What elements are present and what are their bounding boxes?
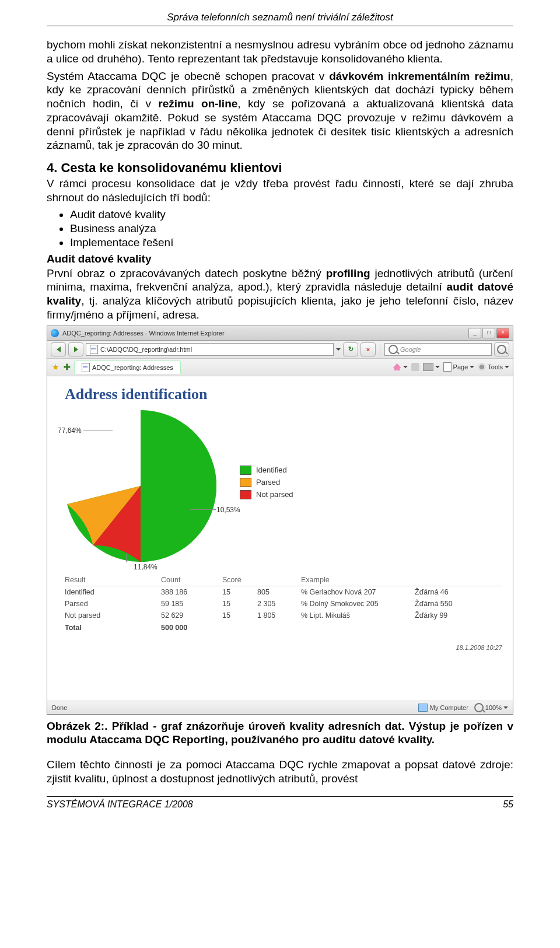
cell: % Dolný Smokovec 205 [301, 598, 415, 610]
print-button[interactable] [423, 363, 440, 371]
audit-paragraph: První obraz o zpracovávaných datech posk… [47, 267, 513, 322]
swatch-green [240, 466, 251, 475]
search-go-button[interactable] [494, 342, 509, 356]
favorites-icon[interactable]: ★ [51, 362, 60, 372]
chevron-down-icon [403, 366, 408, 368]
zoom-icon [474, 703, 484, 712]
legend-label: Parsed [256, 478, 280, 487]
col-count: Count [161, 572, 222, 586]
address-bar[interactable]: C:\ADQC\DQ_reporting\adr.html [86, 343, 334, 356]
paragraph-1: bychom mohli získat nekonzistentní a nes… [47, 38, 513, 66]
page-header: Správa telefonních seznamů není triviáln… [47, 12, 513, 26]
separator [380, 344, 380, 355]
back-button[interactable] [51, 342, 66, 356]
col-blank [257, 572, 301, 586]
forward-button[interactable] [68, 342, 83, 356]
nav-bar: C:\ADQC\DQ_reporting\adr.html ↻ × Google [47, 341, 513, 359]
footer-left: SYSTÉMOVÁ INTEGRACE 1/2008 [47, 799, 193, 810]
tab-icon [82, 363, 90, 372]
window-title: ADQC_reporting: Addresses - Windows Inte… [62, 330, 225, 337]
legend-item-identified: Identified [240, 466, 293, 475]
col-result: Result [65, 572, 161, 586]
close-button[interactable]: × [496, 328, 509, 338]
footer-page-number: 55 [503, 799, 513, 810]
bullet-list: Audit datové kvality Business analýza Im… [70, 208, 513, 249]
audit-a: První obraz o zpracovávaných datech posk… [47, 267, 326, 279]
bullet-3: Implementace řešení [70, 236, 513, 249]
figure-caption: Obrázek 2:. Příklad - graf znázorňuje úr… [47, 719, 513, 747]
address-text: C:\ADQC\DQ_reporting\adr.html [100, 346, 192, 353]
chevron-down-icon [470, 366, 474, 368]
bullet-2: Business analýza [70, 222, 513, 235]
title-bar: ADQC_reporting: Addresses - Windows Inte… [47, 326, 513, 341]
add-favorite-icon[interactable]: ✚ [62, 362, 72, 372]
home-button[interactable] [393, 363, 408, 370]
address-dropdown-icon[interactable] [336, 348, 341, 351]
audit-e: , tj. analýza klíčových atributů popisuj… [47, 295, 513, 321]
status-text: Done [52, 704, 67, 711]
minimize-button[interactable]: _ [468, 328, 481, 338]
leader-line [126, 554, 127, 562]
search-box[interactable]: Google [384, 343, 492, 356]
p2-b: dávkovém inkrementálním režimu [329, 70, 510, 82]
search-placeholder: Google [400, 346, 421, 353]
page-footer: SYSTÉMOVÁ INTEGRACE 1/2008 55 [47, 796, 513, 810]
report-title: Address identification [65, 386, 502, 403]
legend-label: Not parsed [256, 490, 293, 499]
cell: Žďárná 46 [415, 586, 502, 598]
zoom-control[interactable]: 100% [474, 703, 508, 712]
home-icon [393, 363, 401, 370]
refresh-button[interactable]: ↻ [343, 342, 358, 356]
cell: 388 186 [161, 586, 222, 598]
stop-button[interactable]: × [360, 342, 376, 356]
maximize-button[interactable]: □ [482, 328, 495, 338]
content-area: Address identification 77,64% [47, 376, 513, 701]
page-icon [443, 362, 452, 372]
tools-menu-button[interactable]: Tools [478, 363, 509, 371]
feeds-button[interactable] [411, 363, 419, 371]
zone-label: My Computer [430, 704, 468, 711]
search-icon [388, 345, 398, 354]
page-label: Page [453, 363, 468, 370]
cell: Parsed [65, 598, 161, 610]
swatch-orange [240, 478, 251, 487]
arrow-right-icon [74, 347, 78, 352]
cell: Žďárky 99 [415, 610, 502, 621]
cell: 15 [222, 586, 257, 598]
closing-paragraph: Cílem těchto činností je za pomoci Atacc… [47, 758, 513, 786]
col-example2 [415, 572, 502, 586]
rss-icon [411, 363, 419, 371]
tab-bar: ★ ✚ ADQC_reporting: Addresses Page Tools [47, 359, 513, 376]
chevron-down-icon [435, 366, 440, 368]
cell: 805 [257, 586, 301, 598]
file-icon [90, 345, 98, 354]
audit-b: profiling [326, 267, 370, 279]
legend: Identified Parsed Not parsed [240, 463, 293, 502]
tab-active[interactable]: ADQC_reporting: Addresses [74, 361, 181, 374]
col-example: Example [301, 572, 415, 586]
pie-label-parsed: 11,84% [134, 563, 158, 571]
table-total-row: Total 500 000 [65, 621, 502, 634]
table-row: Parsed 59 185 15 2 305 % Dolný Smokovec … [65, 598, 502, 610]
section-4-title: 4. Cesta ke konsolidovanému klientovi [47, 160, 513, 176]
legend-label: Identified [256, 466, 287, 474]
gear-icon [478, 363, 486, 371]
browser-window: ADQC_reporting: Addresses - Windows Inte… [47, 326, 513, 715]
arrow-left-icon [57, 347, 61, 352]
legend-item-notparsed: Not parsed [240, 490, 293, 499]
cell: Not parsed [65, 610, 161, 621]
p2-a: Systém Ataccama DQC je obecně schopen pr… [47, 70, 329, 82]
zone-indicator: My Computer [418, 704, 468, 712]
print-icon [423, 363, 433, 371]
computer-icon [418, 704, 428, 712]
caption-text: Obrázek 2:. Příklad - graf znázorňuje úr… [47, 720, 513, 746]
timestamp: 18.1.2008 10:27 [65, 644, 502, 651]
cell: % Lipt. Mikuláš [301, 610, 415, 621]
page-menu-button[interactable]: Page [443, 362, 475, 372]
zoom-value: 100% [485, 704, 502, 711]
ie-icon [51, 329, 59, 337]
cell: 1 805 [257, 610, 301, 621]
search-go-icon [497, 345, 506, 354]
table-row: Not parsed 52 629 15 1 805 % Lipt. Mikul… [65, 610, 502, 621]
total-value: 500 000 [161, 621, 222, 634]
